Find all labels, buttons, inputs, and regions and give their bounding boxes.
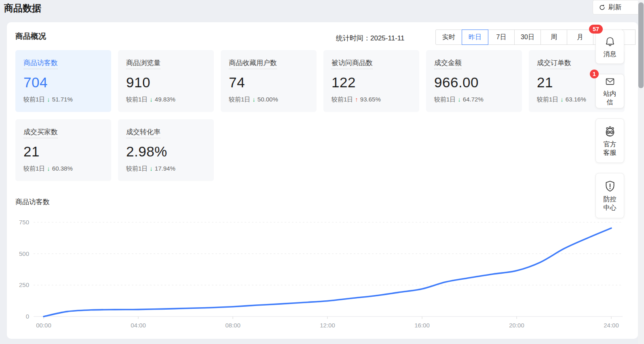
quick-sitemail-button[interactable]: 站内信 — [595, 74, 624, 108]
stat-value: 21 — [23, 144, 103, 160]
tab-7days[interactable]: 7日 — [488, 30, 515, 45]
visitor-trend-line-chart: 025050075000:0004:0008:0012:0016:0020:00… — [15, 213, 623, 329]
stat-title: 成交订单数 — [537, 58, 571, 69]
stat-value: 74 — [229, 74, 308, 91]
stat-value: 122 — [332, 74, 411, 91]
mascot-headset-icon — [603, 125, 617, 138]
stat-title: 成交金额 — [434, 58, 462, 69]
page-title: 商品数据 — [4, 2, 41, 15]
bell-icon — [603, 35, 617, 48]
y-axis-tick-label: 750 — [19, 219, 29, 226]
tab-week[interactable]: 周 — [541, 30, 567, 45]
stat-time-value: 2025-11-11 — [370, 34, 404, 42]
down-arrow-icon: ↓ — [458, 96, 461, 103]
y-axis-tick-label: 250 — [19, 281, 29, 288]
stat-card-product-visitors[interactable]: 商品访客数 704 较前1日 ↓ 51.71% — [15, 50, 111, 112]
stat-delta: 较前1日 ↓ 49.83% — [126, 96, 206, 103]
stat-title: 商品浏览量 — [126, 58, 160, 69]
refresh-button[interactable]: 刷新 — [593, 0, 644, 15]
stat-title: 成交买家数 — [23, 127, 58, 138]
shield-alert-icon — [603, 179, 617, 193]
stat-value: 966.00 — [434, 74, 514, 91]
quick-messages-button[interactable]: 消息 — [595, 30, 624, 64]
down-arrow-icon: ↓ — [150, 96, 153, 103]
x-axis-tick-label: 04:00 — [131, 322, 146, 329]
x-axis-tick-label: 08:00 — [225, 322, 241, 329]
mail-count-badge: 1 — [590, 70, 599, 78]
stat-value: 910 — [126, 74, 206, 91]
stat-delta: 较前1日 ↓ 50.00% — [229, 96, 308, 103]
stat-title: 商品访客数 — [23, 58, 58, 69]
down-arrow-icon: ↓ — [560, 96, 564, 103]
stat-delta: 较前1日 ↑ 93.65% — [332, 96, 411, 103]
stat-delta: 较前1日 ↓ 60.38% — [23, 165, 103, 173]
stat-delta: 较前1日 ↓ 51.71% — [23, 96, 103, 103]
up-arrow-icon: ↑ — [355, 96, 358, 103]
down-arrow-icon: ↓ — [47, 96, 50, 103]
stat-value: 2.98% — [126, 144, 206, 160]
message-count-badge: 57 — [589, 25, 603, 34]
quick-customer-service-button[interactable]: 官方客服 — [595, 118, 624, 163]
refresh-icon — [599, 4, 606, 11]
x-axis-tick-label: 16:00 — [414, 322, 430, 329]
stat-time: 统计时间：2025-11-11 — [336, 34, 404, 43]
tab-realtime[interactable]: 实时 — [435, 30, 462, 45]
chart-title: 商品访客数 — [15, 197, 50, 207]
x-axis-tick-label: 12:00 — [320, 322, 335, 329]
stat-card-transaction-amount[interactable]: 成交金额 966.00 较前1日 ↓ 64.72% — [426, 50, 522, 112]
x-axis-tick-label: 20:00 — [509, 322, 524, 329]
quick-messages-label: 消息 — [602, 50, 618, 59]
stat-title: 商品收藏用户数 — [229, 58, 277, 69]
envelope-icon — [603, 76, 617, 88]
x-axis-tick-label: 24:00 — [604, 322, 619, 329]
y-axis-tick-label: 500 — [19, 250, 29, 257]
tab-month[interactable]: 月 — [567, 30, 593, 45]
tab-yesterday[interactable]: 昨日 — [462, 30, 488, 45]
x-axis-tick-label: 00:00 — [36, 322, 51, 329]
down-arrow-icon: ↓ — [150, 165, 153, 172]
section-title: 商品概况 — [15, 31, 46, 42]
down-arrow-icon: ↓ — [47, 165, 50, 172]
stats-grid: 商品访客数 704 较前1日 ↓ 51.71% 商品浏览量 910 较前1日 ↓… — [15, 50, 625, 181]
stat-title: 被访问商品数 — [332, 58, 373, 69]
stat-card-conversion-rate[interactable]: 成交转化率 2.98% 较前1日 ↓ 17.94% — [118, 119, 214, 181]
stat-delta: 较前1日 ↓ 17.94% — [126, 165, 206, 173]
stat-value: 704 — [23, 74, 103, 91]
quick-customer-service-label: 官方客服 — [602, 140, 618, 157]
tab-30days[interactable]: 30日 — [514, 30, 541, 45]
stat-delta: 较前1日 ↓ 64.72% — [434, 96, 514, 103]
visitor-trend-line — [44, 228, 611, 317]
stat-card-buyer-count[interactable]: 成交买家数 21 较前1日 ↓ 60.38% — [15, 119, 111, 181]
quick-risk-control-button[interactable]: 防控中心 — [595, 173, 624, 218]
stat-card-visited-products[interactable]: 被访问商品数 122 较前1日 ↑ 93.65% — [323, 50, 419, 112]
down-arrow-icon: ↓ — [252, 96, 255, 103]
stat-time-label: 统计时间： — [336, 34, 370, 42]
scrollbar-thumb[interactable] — [638, 2, 644, 88]
quick-sitemail-label: 站内信 — [602, 90, 618, 107]
y-axis-tick-label: 0 — [26, 313, 29, 320]
refresh-label: 刷新 — [608, 3, 621, 12]
stat-title: 成交转化率 — [126, 127, 160, 138]
stat-card-product-views[interactable]: 商品浏览量 910 较前1日 ↓ 49.83% — [118, 50, 214, 112]
quick-risk-control-label: 防控中心 — [602, 195, 618, 212]
stat-card-favorite-users[interactable]: 商品收藏用户数 74 较前1日 ↓ 50.00% — [221, 50, 317, 112]
